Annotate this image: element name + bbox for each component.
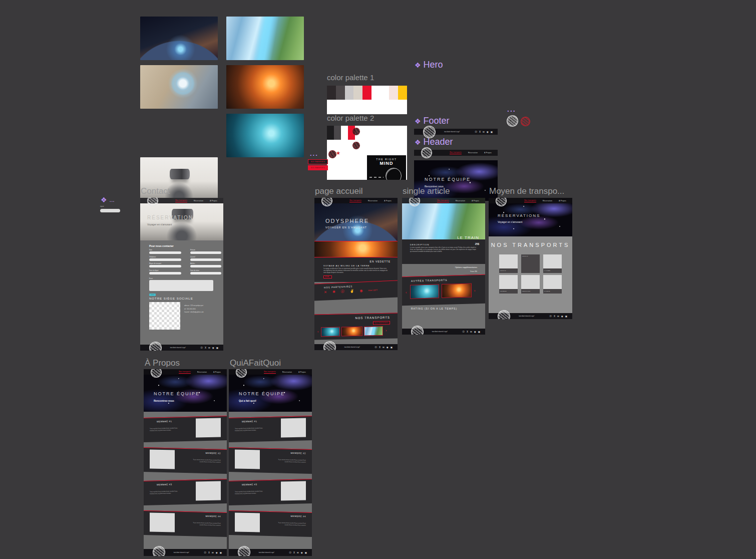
carousel-left-arrow[interactable]: ‹ [317, 330, 318, 333]
nav-link[interactable]: Réservation [368, 200, 377, 202]
frame-label-accueil[interactable]: page accueil [315, 186, 362, 196]
the-right-mind-reference[interactable]: THE RIGHT MIND [367, 155, 406, 180]
mail-icon[interactable]: ✉ [212, 551, 214, 554]
instagram-icon[interactable]: ◉ [212, 347, 214, 349]
nav-link[interactable]: À Propos [384, 200, 392, 202]
nav-link[interactable]: Nos transports [349, 199, 361, 202]
nav-link[interactable]: Réservation [456, 200, 465, 202]
color-palette-2[interactable]: ★ THE RIGHT MIND [327, 126, 407, 180]
header-component[interactable]: Nos transportsRéservationÀ Propos [414, 150, 498, 156]
carousel-image-lava[interactable] [341, 327, 362, 337]
nav-link[interactable]: À Propos [484, 152, 492, 154]
component-label-input[interactable]: ❖ ... [101, 196, 115, 203]
footer-component[interactable]: tout droit réservé à xyz! ⓕX✉◉▣ [414, 129, 498, 135]
component-label-truncated[interactable]: ... [507, 105, 516, 113]
transport-card[interactable]: LE TRAIN [499, 254, 518, 273]
frame-label-contact[interactable]: Contact [141, 186, 170, 196]
frame-quiafaitquoi[interactable]: Nos transportsRéservationÀ Propos NOTRE … [229, 369, 312, 556]
logo-stamp[interactable] [410, 325, 425, 335]
instagram-icon[interactable]: ◉ [301, 551, 303, 554]
text-input[interactable] [190, 251, 221, 254]
mail-icon[interactable]: ✉ [557, 315, 559, 318]
instagram-icon[interactable]: ◉ [216, 551, 218, 554]
uber-2077-logo[interactable]: Uber 2077 [368, 289, 378, 292]
button-outline-component[interactable]: NOS TRANSPORTS [308, 159, 328, 164]
linkedin-icon[interactable]: ▣ [491, 131, 493, 133]
nav-link[interactable]: Nos transports [450, 151, 462, 154]
carousel-image-underwater[interactable] [321, 327, 340, 337]
nav-link[interactable]: Réservation [468, 152, 478, 154]
color-swatch[interactable] [353, 86, 362, 100]
quiafaitquoi-header[interactable]: Nos transportsRéservationÀ Propos [229, 369, 312, 375]
component-label-header[interactable]: ❖ Header [415, 137, 453, 147]
x-icon[interactable]: X [208, 551, 210, 554]
transports-footer[interactable]: tout droit réservé à xyz! ⓕX✉◉▣ [489, 313, 572, 319]
nav-link[interactable]: À Propos [213, 371, 221, 373]
x-icon[interactable]: X [379, 346, 381, 349]
frame-contact[interactable]: Nos transportsRéservationÀ Propos RÉSERV… [140, 198, 223, 351]
autres-image-underwater[interactable] [410, 284, 439, 299]
transports-header[interactable]: Nos transportsRéservationÀ Propos [489, 198, 572, 203]
component-label-truncated[interactable]: ... [310, 150, 318, 157]
logo-stamp[interactable] [420, 146, 433, 159]
apropos-header[interactable]: Nos transportsRéservationÀ Propos [144, 369, 227, 375]
avengers-logo[interactable]: Ⓐ [341, 289, 344, 294]
mail-icon[interactable]: ✉ [208, 347, 210, 349]
linkedin-icon[interactable]: ▣ [565, 315, 567, 318]
color-swatch[interactable] [371, 86, 381, 100]
instagram-icon[interactable]: ◉ [474, 331, 476, 333]
transport-card[interactable]: LA FUSÉE [543, 254, 562, 273]
frame-label-article[interactable]: single article [403, 186, 450, 196]
text-input[interactable] [149, 265, 181, 267]
facebook-icon[interactable]: ⓕ [550, 315, 552, 318]
message-textarea[interactable] [149, 280, 213, 291]
color-swatch[interactable] [362, 86, 371, 100]
transport-card[interactable]: LE TRAIN [521, 254, 540, 273]
x-icon[interactable]: X [205, 347, 206, 349]
atom-logo[interactable]: ✱ [332, 290, 335, 294]
transport-card[interactable]: LE MÉTRO [499, 275, 518, 294]
logo-stamp[interactable] [152, 545, 166, 556]
frame-apropos[interactable]: Nos transportsRéservationÀ Propos NOTRE … [144, 369, 227, 556]
color-swatch[interactable] [327, 86, 336, 100]
linkedin-icon[interactable]: ▣ [216, 347, 218, 349]
text-input[interactable] [149, 251, 181, 254]
color-swatch[interactable] [381, 86, 390, 100]
x-icon[interactable]: X [467, 331, 468, 333]
frame-label-transports[interactable]: Moyen de transpo... [489, 186, 564, 196]
nav-link[interactable]: Réservation [282, 371, 292, 373]
color-swatch[interactable] [327, 126, 334, 140]
instagram-icon[interactable]: ◉ [487, 131, 489, 133]
color-swatch[interactable] [334, 126, 341, 140]
transport-card[interactable]: NAVETTE [543, 275, 562, 294]
accueil-header[interactable]: Nos transportsRéservationÀ Propos [314, 198, 398, 203]
transports-button[interactable]: NOS TRANSPORTS [373, 321, 390, 325]
frame-transports[interactable]: Nos transportsRéservationÀ Propos RÉSERV… [489, 198, 572, 319]
mail-icon[interactable]: ✉ [483, 131, 485, 133]
logo-stamp-sketch[interactable] [352, 141, 360, 150]
instagram-icon[interactable]: ◉ [561, 315, 563, 318]
linkedin-icon[interactable]: ▣ [305, 551, 307, 554]
frame-article[interactable]: Nos transportsRéservationÀ Propos LE TRA… [402, 198, 485, 335]
text-input[interactable] [190, 258, 221, 261]
nav-link[interactable]: À Propos [559, 200, 566, 202]
palette1-title[interactable]: color palette 1 [327, 73, 374, 82]
transport-card[interactable]: SOUS-MARIN [521, 275, 540, 294]
nav-link[interactable]: À Propos [472, 200, 479, 202]
frame-label-quiafaitquoi[interactable]: QuiAFaitQuoi [230, 358, 281, 368]
quiafaitquoi-footer[interactable]: tout droit réservé à xyz! ⓕX✉◉▣ [229, 549, 312, 556]
carousel-right-arrow[interactable]: › [386, 329, 387, 332]
read-more-button[interactable]: VOIR + [323, 275, 332, 278]
logo-stamp-red[interactable] [520, 116, 531, 127]
design-canvas[interactable]: ❖ ... input color palette 1 color palett… [0, 0, 756, 559]
color-swatch[interactable] [341, 126, 348, 140]
carousel-image-maglev[interactable] [364, 326, 383, 336]
mail-icon[interactable]: ✉ [383, 346, 385, 349]
component-label-footer[interactable]: ❖ Footer [415, 116, 450, 126]
facebook-icon[interactable]: ⓕ [375, 346, 377, 349]
carousel-left-arrow[interactable]: ‹ [406, 291, 407, 294]
color-swatch[interactable] [336, 86, 345, 100]
send-button[interactable]: envoi [149, 294, 156, 296]
accueil-footer[interactable]: tout droit réservé à xyz! ⓕX✉◉▣ [314, 344, 398, 350]
spacex-logo[interactable]: ✕ [324, 291, 327, 295]
